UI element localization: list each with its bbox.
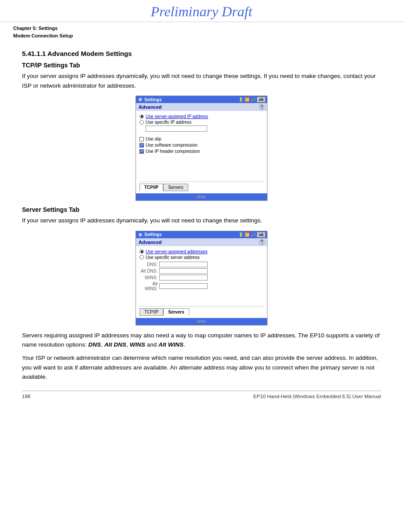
speaker-icon: 🔊 <box>251 97 256 102</box>
tcpip-description: If your server assigns IP addresses dyna… <box>22 71 381 90</box>
tcpip-titlebar: ⊞ Settings 🔋 📶 🔊 ok <box>136 96 267 103</box>
tcpip-checkbox3[interactable]: ✓ <box>139 149 144 154</box>
alt-dns-input[interactable] <box>159 268 208 274</box>
tcpip-checkbox2[interactable]: ✓ <box>139 143 144 148</box>
server-bottom-bar <box>136 318 267 325</box>
tcpip-tab-tcpip[interactable]: TCP/IP <box>139 184 163 191</box>
server-spacer <box>139 293 264 306</box>
tcpip-ip-input[interactable] <box>146 126 207 132</box>
footer-page-number: 188 <box>22 394 30 399</box>
server-bottom-handle <box>197 320 206 323</box>
tcpip-spacer <box>139 155 264 181</box>
server-signal-icon: 📶 <box>245 233 249 237</box>
chapter-info: Chapter 5: Settings Modem Connection Set… <box>0 22 403 39</box>
dns-label: DNS: <box>139 262 159 267</box>
tcpip-checkbox3-label: Use IP header compression <box>146 149 200 154</box>
server-radio-row1: Use server-assigned addresses <box>139 249 264 254</box>
chapter-line2: Modem Connection Setup <box>13 32 390 40</box>
tcpip-checkbox1-label: Use slip <box>146 137 161 141</box>
tcpip-radio2-label: Use specific IP address <box>146 120 191 125</box>
server-radio1[interactable] <box>139 249 144 254</box>
help-icon[interactable]: ? <box>259 104 264 110</box>
alt-wins-input[interactable] <box>159 283 208 289</box>
tcpip-radio2[interactable] <box>139 120 144 125</box>
server-radio-row2: Use specific server address <box>139 255 264 260</box>
dns-row: DNS: <box>139 262 264 267</box>
tcpip-bottom-bar <box>136 193 267 200</box>
server-tab-tcpip[interactable]: TCP/IP <box>139 308 163 316</box>
tcpip-screen-body: Use server-assigned IP address Use speci… <box>136 111 267 193</box>
server-header-label: Advanced <box>139 240 162 245</box>
tcpip-screenshot: ⊞ Settings 🔋 📶 🔊 ok Advanced ? U <box>22 96 381 201</box>
server-screenshot: ⊞ Settings 🔋 📶 🔊 ok Advanced ? U <box>22 231 381 325</box>
footer: 188 EP10 Hand-Held (Windows Embedded 6.5… <box>22 391 381 399</box>
tcpip-radio1-label: Use server-assigned IP address <box>146 114 208 119</box>
content-area: 5.41.1.1 Advanced Modem Settings TCP/IP … <box>0 39 403 408</box>
footer-manual-title: EP10 Hand-Held (Windows Embedded 6.5) Us… <box>253 394 381 399</box>
server-battery-icon: 🔋 <box>238 233 243 237</box>
ok-button[interactable]: ok <box>257 97 265 102</box>
wins-input[interactable] <box>159 275 208 281</box>
tcpip-checkbox-row1: Use slip <box>139 137 264 141</box>
server-windows-icon: ⊞ <box>138 233 143 237</box>
signal-icon: 📶 <box>245 97 249 102</box>
server-screen-header: Advanced ? <box>136 238 267 246</box>
page-title: Preliminary Draft <box>0 0 403 22</box>
server-speaker-icon: 🔊 <box>251 233 256 237</box>
tcpip-header-label: Advanced <box>139 104 162 110</box>
server-titlebar-text: Settings <box>144 232 161 237</box>
wins-label: WINS: <box>139 275 159 280</box>
tcpip-bottom-handle <box>197 196 206 198</box>
chapter-line1: Chapter 5: Settings <box>13 25 390 32</box>
tcpip-checkbox1[interactable] <box>139 137 144 141</box>
server-tabs: TCP/IP Servers <box>139 308 264 316</box>
server-device-screen: ⊞ Settings 🔋 📶 🔊 ok Advanced ? U <box>136 231 267 325</box>
para1-text: Servers requiring assigned IP addresses … <box>22 331 381 350</box>
tcpip-checkbox-row2: ✓ Use software compression <box>139 143 264 148</box>
server-radio2[interactable] <box>139 255 144 259</box>
tcpip-screen-header: Advanced ? <box>136 103 267 111</box>
wins-row: WINS: <box>139 275 264 281</box>
server-tab-heading: Server Settings Tab <box>22 206 381 213</box>
server-help-icon[interactable]: ? <box>259 240 264 245</box>
tcpip-radio-row1: Use server-assigned IP address <box>139 114 264 119</box>
tcpip-radio1[interactable] <box>139 115 144 119</box>
server-dns-form: DNS: Alt DNS: WINS: Alt WINS: <box>139 262 264 291</box>
server-radio2-label: Use specific server address <box>146 255 200 260</box>
alt-wins-label: Alt WINS: <box>139 281 159 291</box>
server-titlebar: ⊞ Settings 🔋 📶 🔊 ok <box>136 231 267 238</box>
tcpip-checkbox-row3: ✓ Use IP header compression <box>139 149 264 154</box>
alt-dns-label: Alt DNS: <box>139 269 159 273</box>
server-ok-button[interactable]: ok <box>257 232 265 237</box>
windows-icon: ⊞ <box>138 97 143 102</box>
tcpip-titlebar-text: Settings <box>144 97 161 102</box>
section-heading: 5.41.1.1 Advanced Modem Settings <box>22 50 381 57</box>
tcpip-tabs: TCP/IP Servers <box>139 184 264 191</box>
battery-icon: 🔋 <box>238 97 243 102</box>
tcpip-tab-servers[interactable]: Servers <box>163 184 188 191</box>
tcpip-tab-heading: TCP/IP Settings Tab <box>22 62 381 69</box>
tcpip-checkbox2-label: Use software compression <box>146 143 198 148</box>
para2-text: Your ISP or network administrator can de… <box>22 353 381 382</box>
server-description: If your server assigns IP addresses dyna… <box>22 216 381 225</box>
section-number: 5.41.1.1 <box>22 50 46 57</box>
dns-input[interactable] <box>159 262 208 267</box>
server-radio1-label: Use server-assigned addresses <box>146 249 208 254</box>
tcpip-radio-row2: Use specific IP address <box>139 120 264 125</box>
alt-wins-row: Alt WINS: <box>139 281 264 291</box>
server-tab-servers[interactable]: Servers <box>163 308 189 316</box>
alt-dns-row: Alt DNS: <box>139 268 264 274</box>
tcpip-device-screen: ⊞ Settings 🔋 📶 🔊 ok Advanced ? U <box>136 96 267 201</box>
server-screen-body: Use server-assigned addresses Use specif… <box>136 246 267 318</box>
